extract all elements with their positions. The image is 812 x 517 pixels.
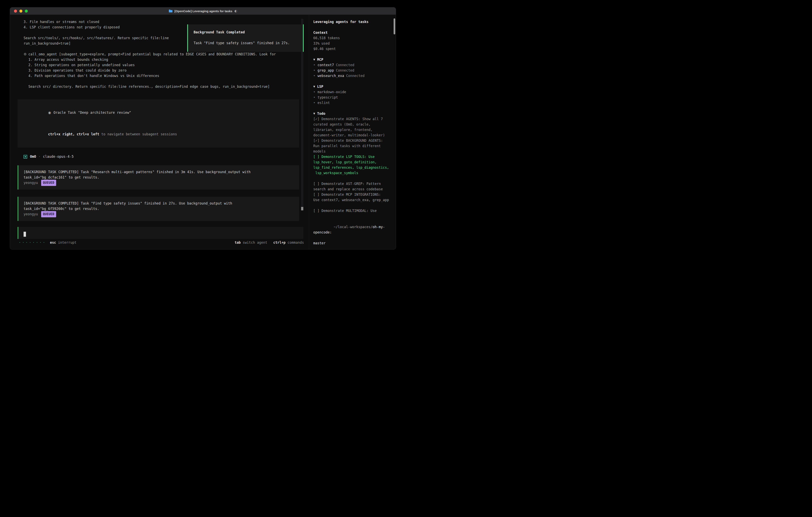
conversation-area: 3. File handles or streams not closed4. … [10,15,309,239]
agent-name: OmO [30,154,36,159]
zoom-button[interactable] [25,9,28,12]
chevron-down-icon: ▼ [313,112,315,115]
lsp-heading-label: LSP [317,85,323,88]
terminal-line: Search src/ directory. Return specific f… [28,84,300,89]
statusbar: ········ esc interrupt tab switch agent … [10,239,309,246]
tab-key-hint: tab [235,241,241,245]
lsp-heading[interactable]: ▼LSP [313,84,392,89]
mcp-status: Connected [336,63,354,67]
chevron-down-icon: ▼ [313,85,315,88]
sidebar-scrollbar-thumb[interactable] [394,19,395,34]
mcp-item: •grep_appConnected [313,68,392,73]
bullet-icon: • [313,69,315,72]
bullet-icon: • [313,90,315,94]
lsp-section: ▼LSP •markdown-oxide•typescript•eslint [313,84,392,106]
context-heading: Context [313,30,392,35]
todo-line: librarian, explore, frontend, [313,127,392,133]
spinner-dots-icon: ········ [19,241,46,245]
mcp-name: context7 [318,63,334,67]
context-spent: $0.46 spent [313,46,392,52]
tool-call-body: 1. Array access without bounds checking2… [24,57,300,89]
main-area: 3. File handles or streams not closed4. … [10,15,396,249]
statusbar-right: tab switch agent ctrl+p commands [235,241,304,245]
toast-title: Background Task Completed [194,30,297,35]
mcp-name: websearch_exa [318,74,344,78]
message-author: yeongyu [24,180,38,186]
context-tokens: 66,518 tokens [313,35,392,41]
mcp-item: •context7Connected [313,62,392,68]
message-line: task_id="bg_dcfac161" to get results. [24,175,294,180]
todo-item: [ ] Demonstrate AST-GREP: Patternsearch … [313,181,392,192]
navigation-hint: ctrl+x right, ctrl+x left to navigate be… [24,126,293,142]
bullet-icon: • [313,63,315,67]
bullet-icon: • [313,96,315,99]
todo-line: [ ] Demonstrate AST-GREP: Pattern [313,181,392,187]
ctrlp-action-label: commands [288,241,304,245]
todo-heading[interactable]: ▼Todo [313,111,392,116]
esc-action-label: interrupt [58,241,77,245]
todo-line: document-writer, multimodal-looker) [313,133,392,138]
scrollbar-thumb[interactable] [301,207,303,210]
todo-item: [ ] Demonstrate MCP INTEGRATIONS:Use con… [313,192,392,203]
context-section: Context 66,518 tokens 33% used $0.46 spe… [313,30,392,52]
mcp-item: •websearch_exaConnected [313,73,392,79]
background-task-toast: Background Task Completed Task "Find typ… [187,24,304,52]
todo-section: ▼Todo [✓] Demonstrate AGENTS: Show all 7… [313,111,392,214]
message-author: yeongyu [24,212,38,217]
lsp-item: •markdown-oxide [313,89,392,95]
mcp-section: ▼MCP •context7Connected•grep_appConnecte… [313,57,392,79]
oracle-task-title-row: ◉Oracle Task "Deep architecture review" [24,105,293,121]
mcp-heading[interactable]: ▼MCP [313,57,392,62]
todo-line: [✓] Demonstrate BACKGROUND AGENTS: [313,138,392,143]
bullet-icon: • [313,74,315,78]
terminal-line: 3. File handles or streams not closed [24,19,300,25]
hint-keys: ctrl+x right, ctrl+x left [48,132,99,136]
message-meta: yeongyuQUEUED [24,212,294,217]
tab-action-label: switch agent [243,241,267,245]
close-button[interactable] [14,9,17,12]
todo-line: [ ] Demonstrate MCP INTEGRATIONS: [313,192,392,197]
todo-item: [✓] Demonstrate AGENTS: Show all 7curate… [313,116,392,138]
lsp-list: •markdown-oxide•typescript•eslint [313,89,392,106]
prompt-input[interactable]: OmO Opus 4.5 Anthropic [18,227,303,239]
tool-call-output: ⚙ call_omo_agent [subagent_type=explore,… [24,52,300,89]
terminal-line: 3. Division operations that could divide… [28,68,300,73]
todo-line: Use context7, websearch_exa, grep_app [313,197,392,203]
mcp-heading-label: MCP [317,58,323,61]
statusbar-left: ········ esc interrupt [19,241,77,245]
separator: · [38,154,40,159]
todo-item: [ ] Demonstrate MULTIMODAL: Use [313,208,392,214]
mcp-status: Connected [336,69,354,72]
mcp-name: grep_app [318,69,334,72]
todo-line: lsp_hover, lsp_goto_definition, [313,160,392,165]
todo-list: [✓] Demonstrate AGENTS: Show all 7curate… [313,116,392,214]
window-title-text: [OpenCode] Leveraging agents for tasks [174,9,232,13]
terminal-pane: 3. File handles or streams not closed4. … [10,15,309,249]
status-badge: QUEUED [41,211,56,217]
todo-item: [✓] Demonstrate BACKGROUND AGENTS:Run pa… [313,138,392,154]
terminal-line: 2. String operations on potentially unde… [28,62,300,68]
agent-model: claude-opus-4-5 [43,154,74,159]
workspace-dir: ~/local-workspaces/ [334,225,372,229]
todo-line: curated agents (OmO, oracle, [313,122,392,127]
message-line: [BACKGROUND TASK COMPLETED] Task "Resear… [24,169,294,175]
oracle-task-panel: ◉Oracle Task "Deep architecture review" … [18,99,299,147]
todo-line: models [313,149,392,154]
message-line: task_id="bg_6f59260c" to get results. [24,206,294,212]
fisheye-icon: ◉ [48,111,51,114]
session-title: Leveraging agents for tasks [313,19,392,25]
loading-indicator-icon: ◐ [235,9,237,13]
toast-body: Task "Find type safety issues" finished … [194,40,297,46]
hint-text: to navigate between subagent sessions [99,132,177,136]
workspace-path-line: ~/local-workspaces/oh-my-opencode: [313,219,392,241]
message-meta: yeongyuQUEUED [24,180,294,186]
git-branch: master [313,241,392,246]
lsp-name: typescript [318,96,338,99]
todo-heading-label: Todo [317,112,325,115]
minimize-button[interactable] [19,9,22,12]
message-line: [BACKGROUND TASK COMPLETED] Task "Find t… [24,201,294,206]
text-cursor [24,232,26,237]
terminal-line: 1. Array access without bounds checking [28,57,300,62]
titlebar: [OpenCode] Leveraging agents for tasks ◐ [10,7,396,15]
todo-line: lsp_find_references, lsp_diagnostics, [313,165,392,170]
